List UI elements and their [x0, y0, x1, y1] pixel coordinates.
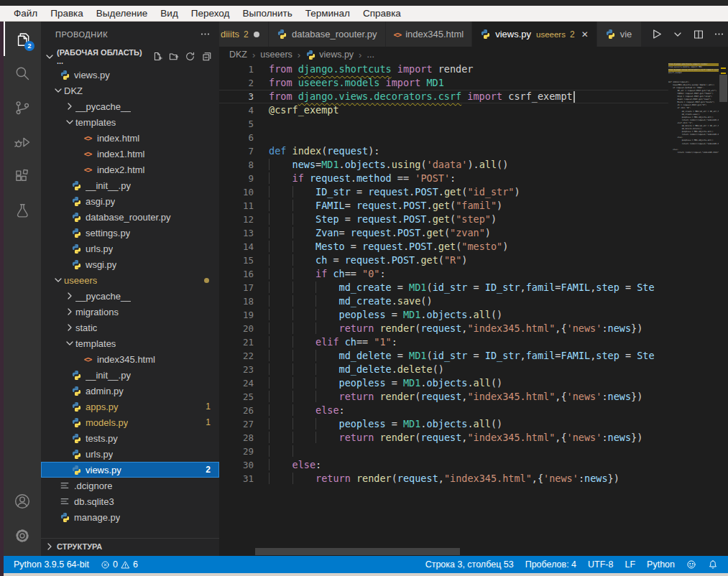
tab-diiits[interactable]: diiits2	[219, 22, 268, 47]
new-folder-icon[interactable]	[168, 51, 179, 62]
menu-item-вид[interactable]: Вид	[154, 8, 184, 19]
close-icon[interactable]: ✕	[581, 29, 589, 40]
tree-item[interactable]: views.py2	[41, 462, 219, 478]
tree-item[interactable]: urls.py	[41, 241, 219, 256]
tree-item[interactable]: static	[41, 320, 219, 335]
code-line[interactable]: 29	[219, 445, 668, 458]
breadcrumb-item[interactable]: DKZ	[229, 50, 247, 60]
code-line[interactable]: 31 return render(request,"index345.html"…	[219, 472, 668, 486]
code-line[interactable]: 28 return render(request,"index345.html"…	[219, 431, 668, 445]
code-line[interactable]: 3from django.views.decorators.csrf impor…	[219, 90, 668, 103]
status-feedback-smiley-icon[interactable]	[681, 556, 702, 573]
code-line[interactable]: 17 md_create = MD1(id_str = ID_str,famil…	[219, 281, 668, 294]
tree-item[interactable]: <>index.html	[41, 130, 219, 146]
tree-item[interactable]: migrations	[41, 304, 219, 320]
code-line[interactable]: 5	[219, 117, 668, 131]
tree-item[interactable]: __init__.py	[41, 177, 219, 193]
code-line[interactable]: 21 elif ch== "1":	[219, 335, 668, 349]
status-bell-icon[interactable]	[702, 556, 724, 573]
tree-item[interactable]: asgi.py	[41, 193, 219, 209]
tree-item[interactable]: urls.py	[41, 446, 219, 462]
code-line[interactable]: 9 if request.method == 'POST':	[219, 172, 668, 185]
more-icon[interactable]	[714, 29, 724, 40]
menu-item-терминал[interactable]: Терминал	[299, 8, 356, 19]
new-file-icon[interactable]	[152, 51, 162, 62]
code-line[interactable]: 1from django.shortcuts import render	[219, 62, 668, 76]
tab-database_roouter-py[interactable]: database_roouter.py	[269, 22, 385, 47]
tree-item[interactable]: settings.py	[41, 225, 219, 241]
status-encoding[interactable]: UTF-8	[582, 556, 619, 573]
activity-account-icon[interactable]	[4, 484, 41, 519]
tree-item[interactable]: templates	[41, 335, 219, 351]
collapse-all-icon[interactable]	[201, 51, 212, 62]
tree-item[interactable]: <>index1.html	[41, 146, 219, 162]
code-line[interactable]: 27 peopless = MD1.objects.all()	[219, 417, 668, 431]
code-line[interactable]: 20 return render(request,"index345.html"…	[219, 322, 668, 335]
tree-item[interactable]: templates	[41, 114, 219, 130]
code-line[interactable]: 19 peopless = MD1.objects.all()	[219, 308, 668, 322]
status-cursor-position[interactable]: Строка 3, столбец 53	[420, 556, 520, 573]
tree-item[interactable]: wsgi.py	[41, 256, 219, 272]
code-line[interactable]: 26 else:	[219, 404, 668, 417]
activity-source-control-icon[interactable]	[4, 90, 41, 125]
menu-item-выделение[interactable]: Выделение	[90, 8, 155, 19]
code-line[interactable]: 4@csrf_exempt	[219, 103, 668, 117]
status-problems[interactable]: 06	[95, 556, 144, 573]
tree-item[interactable]: <>index2.html	[41, 162, 219, 177]
code-line[interactable]: 16 if ch== "0":	[219, 267, 668, 281]
activity-settings-gear-icon[interactable]	[4, 519, 41, 553]
menu-item-переход[interactable]: Переход	[185, 8, 236, 19]
workspace-section-header[interactable]: (РАБОЧАЯ ОБЛАСТЬ) ...	[41, 47, 219, 66]
code-line[interactable]: 12 Step = request.POST.get("step")	[219, 213, 668, 226]
tree-item[interactable]: views.py	[41, 67, 219, 83]
breadcrumb-item[interactable]: ...	[367, 50, 374, 60]
activity-testing-icon[interactable]	[4, 194, 41, 228]
code-line[interactable]: 13 Zvan= request.POST.get("zvan")	[219, 226, 668, 240]
tree-item[interactable]: <>index345.html	[41, 351, 219, 367]
outline-section-header[interactable]: СТРУКТУРА	[41, 538, 219, 554]
activity-search-icon[interactable]	[4, 56, 41, 90]
tree-item[interactable]: __pycache__	[41, 98, 219, 114]
menu-item-справка[interactable]: Справка	[356, 8, 407, 19]
refresh-icon[interactable]	[185, 51, 195, 62]
horizontal-scrollbar-thumb[interactable]	[255, 548, 460, 555]
status-language-mode[interactable]: Python	[641, 556, 681, 573]
tree-item[interactable]: admin.py	[41, 383, 219, 399]
tree-item[interactable]: manage.py	[41, 509, 219, 525]
tree-item[interactable]: models.py1	[41, 414, 219, 430]
tab-index345-html[interactable]: <>index345.html	[386, 22, 472, 47]
status-eol[interactable]: LF	[619, 556, 641, 573]
status-indentation[interactable]: Пробелов: 4	[520, 556, 582, 573]
split-editor-icon[interactable]	[693, 29, 704, 40]
code-line[interactable]: 30 else:	[219, 458, 668, 472]
code-line[interactable]: 24 peopless = MD1.objects.all()	[219, 376, 668, 390]
menu-item-выполнить[interactable]: Выполнить	[236, 8, 298, 19]
menu-item-правка[interactable]: Правка	[44, 8, 90, 19]
breadcrumb-item[interactable]: views.py	[305, 50, 354, 60]
code-line[interactable]: 11 FAMIL= request.POST.get("famil")	[219, 199, 668, 213]
code-line[interactable]: 10 ID_str = request.POST.get("id_str")	[219, 185, 668, 199]
vertical-scrollbar-thumb[interactable]	[719, 75, 727, 102]
tree-item[interactable]: apps.py1	[41, 399, 219, 414]
status-python-interpreter[interactable]: Python 3.9.5 64-bit	[8, 556, 95, 573]
menu-item-файл[interactable]: Файл	[7, 8, 44, 19]
code-line[interactable]: 8 news=MD1.objects.using('daata').all()	[219, 158, 668, 172]
code-line[interactable]: 22 md_delete = MD1(id_str = ID_str,famil…	[219, 349, 668, 363]
vertical-scrollbar[interactable]	[719, 62, 728, 556]
tree-item[interactable]: __init__.py	[41, 367, 219, 383]
tree-item[interactable]: __pycache__	[41, 288, 219, 304]
code-line[interactable]: 2from useeers.models import MD1	[219, 76, 668, 90]
tab-vie[interactable]: vie	[597, 22, 641, 47]
tree-item[interactable]: db.sqlite3	[41, 493, 219, 509]
code-editor[interactable]: 1from django.shortcuts import render2fro…	[219, 62, 668, 547]
code-line[interactable]: 15 ch = request.POST.get("R")	[219, 254, 668, 267]
activity-files-icon[interactable]: 2	[4, 22, 41, 56]
tree-item[interactable]: database_roouter.py	[41, 209, 219, 225]
breadcrumb[interactable]: DKZ›useeers›views.py›...	[219, 47, 728, 62]
chevron-down-icon[interactable]	[672, 29, 683, 40]
tree-item[interactable]: .dcignore	[41, 478, 219, 493]
tree-item[interactable]: DKZ	[41, 83, 219, 98]
tree-item[interactable]: useeers	[41, 272, 219, 288]
minimap[interactable]: from django.shortcuts import renderfrom …	[668, 63, 719, 164]
more-icon[interactable]	[200, 29, 211, 40]
